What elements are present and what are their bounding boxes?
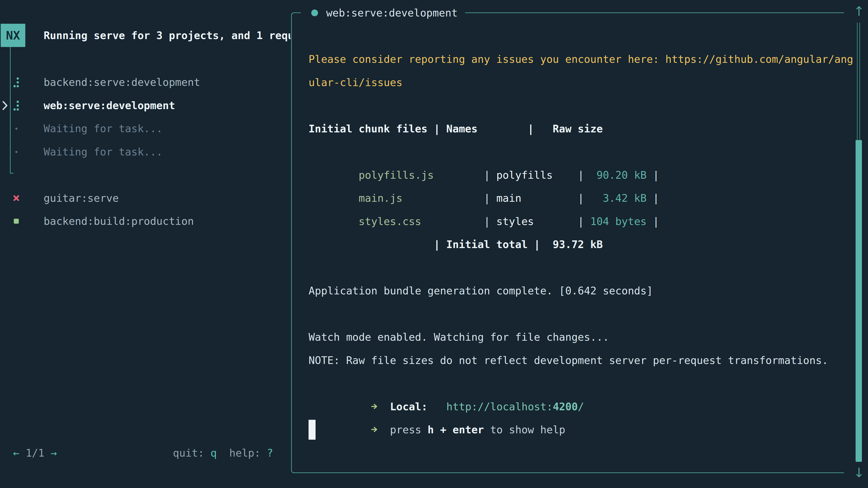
chunk-table-header: Initial chunk files | Names | Raw size	[309, 117, 842, 140]
task-output-panel: web:serve:development Please consider re…	[291, 12, 844, 473]
failed-cross-icon	[11, 187, 21, 210]
pager-prev-button[interactable]: ←	[13, 447, 20, 459]
nx-logo: NX	[1, 24, 25, 47]
blank-line	[309, 94, 842, 117]
panel-title: web:serve:development	[301, 2, 465, 24]
success-square-icon	[11, 210, 21, 233]
chunk-name-cell: styles	[490, 215, 578, 228]
page-title: Running serve for 3 projects, and 1 requ	[43, 24, 290, 47]
quit-key: q	[211, 447, 217, 459]
raw-size-note-line: NOTE: Raw file sizes do not reflect deve…	[309, 349, 842, 372]
table-divider: |	[578, 169, 584, 181]
running-status-icon	[311, 9, 318, 16]
sidebar: NX Running serve for 3 projects, and 1 r…	[0, 0, 291, 488]
url-port: 4200	[553, 400, 578, 413]
watch-mode-line: Watch mode enabled. Watching for file ch…	[309, 326, 842, 349]
quit-label: quit:	[173, 447, 211, 459]
indent	[359, 424, 371, 436]
chunk-size-cell: 104 bytes	[584, 215, 653, 228]
gap	[377, 400, 390, 413]
spinner-icon	[11, 71, 21, 94]
pager-next-button[interactable]: →	[51, 447, 57, 459]
table-divider: |	[653, 169, 659, 181]
table-divider: |	[578, 192, 584, 204]
scrollbar-track[interactable]	[857, 23, 860, 141]
table-divider: |	[484, 169, 490, 181]
chunk-file-cell: main.js	[359, 192, 484, 204]
initial-total-row: | Initial total | 93.72 kB	[309, 233, 842, 256]
keyboard-shortcuts: quit: q help: ?	[173, 441, 273, 464]
help-key: ?	[267, 447, 273, 459]
chunk-size-cell: 3.42 kB	[584, 192, 653, 204]
table-divider: |	[653, 192, 659, 204]
bundle-complete-line: Application bundle generation complete. …	[309, 279, 842, 302]
table-divider: |	[578, 215, 584, 228]
pager: ← 1/1 →	[13, 441, 57, 464]
prompt-arrow-icon	[371, 418, 377, 442]
local-url-line: Local: http://localhost:4200/	[309, 372, 842, 395]
url-prefix: http://localhost:	[446, 400, 553, 413]
chunk-file-cell: styles.css	[359, 215, 484, 228]
scrollbar-thumb[interactable]	[856, 140, 862, 462]
issue-notice-line-1: Please consider reporting any issues you…	[309, 48, 842, 71]
task-label: web:serve:development	[43, 99, 175, 111]
scroll-up-arrow-icon[interactable]: ↑	[852, 2, 866, 20]
issue-notice-line-2: ular-cli/issues	[309, 71, 842, 94]
shortcut-separator	[217, 447, 229, 459]
chunk-name-cell: main	[490, 192, 578, 204]
url-suffix: /	[578, 400, 584, 413]
scroll-down-arrow-icon[interactable]: ↓	[852, 464, 866, 482]
indent	[359, 400, 371, 413]
task-label: Waiting for task...	[43, 146, 162, 158]
task-label: backend:build:production	[43, 215, 194, 227]
sidebar-bottom-bar: ← 1/1 → quit: q help: ?	[0, 441, 291, 464]
chunk-name-cell: polyfills	[490, 169, 578, 181]
blank-line	[309, 302, 842, 326]
localhost-url-link[interactable]: http://localhost:4200/	[446, 400, 584, 413]
chunk-file-cell: polyfills.js	[359, 169, 484, 181]
chunk-table-row: polyfills.js | polyfills | 90.20 kB |	[309, 140, 842, 164]
task-label: guitar:serve	[43, 192, 119, 204]
table-divider: |	[484, 215, 490, 228]
gap	[428, 400, 446, 413]
terminal-cursor	[309, 420, 315, 440]
selected-chevron-icon	[0, 94, 9, 117]
prompt-arrow-icon	[371, 395, 377, 418]
hint-suffix: to show help	[484, 424, 565, 436]
hint-prefix: press	[390, 424, 428, 436]
task-item-waiting-1[interactable]: Waiting for task...	[0, 117, 291, 140]
pager-position: 1/1	[20, 447, 51, 459]
hint-keys: h + enter	[428, 424, 484, 436]
local-label: Local:	[390, 400, 428, 413]
header-row: NX Running serve for 3 projects, and 1 r…	[0, 24, 291, 47]
task-item-backend-build[interactable]: backend:build:production	[0, 210, 291, 233]
task-label: backend:serve:development	[43, 76, 200, 88]
task-item-guitar-serve[interactable]: guitar:serve	[0, 187, 291, 210]
task-group-connector-foot	[10, 173, 13, 173]
table-divider: |	[653, 215, 659, 228]
task-item-web-serve[interactable]: web:serve:development	[0, 94, 291, 117]
table-divider: |	[484, 192, 490, 204]
task-item-backend-serve[interactable]: backend:serve:development	[0, 71, 291, 94]
pending-dot-icon	[11, 117, 21, 140]
task-item-waiting-2[interactable]: Waiting for task...	[0, 140, 291, 163]
chunk-size-cell: 90.20 kB	[584, 169, 653, 181]
blank-line	[309, 256, 842, 280]
spinner-icon	[11, 94, 21, 117]
task-label: Waiting for task...	[43, 123, 162, 135]
gap	[377, 424, 390, 436]
panel-title-label: web:serve:development	[326, 7, 458, 19]
pending-dot-icon	[11, 140, 21, 163]
terminal-output: Please consider reporting any issues you…	[309, 48, 842, 442]
help-label: help:	[229, 447, 267, 459]
